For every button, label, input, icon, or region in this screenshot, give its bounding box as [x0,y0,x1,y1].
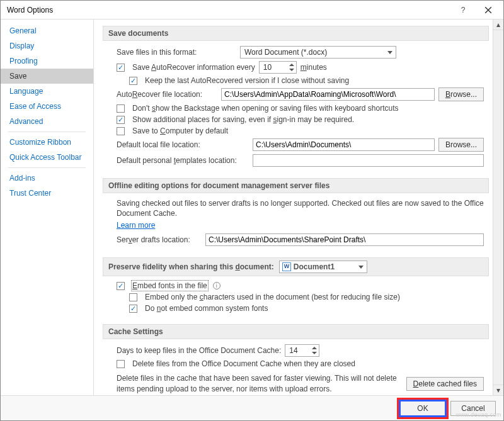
sidebar-item-quick-access-toolbar[interactable]: Quick Access Toolbar [1,150,93,165]
additional-places-label: Show additional places for saving, even … [132,115,354,124]
sidebar-item-display[interactable]: Display [1,38,93,53]
autosave-label: Save AutoRecover information every [132,63,255,72]
autorecover-loc-input[interactable] [221,88,435,101]
default-local-label: Default local file location: [117,140,249,149]
sidebar-item-add-ins[interactable]: Add-ins [1,171,93,186]
document-icon [282,262,291,271]
drafts-loc-input[interactable] [205,233,484,246]
additional-places-checkbox[interactable] [117,116,125,124]
no-common-fonts-checkbox[interactable] [129,305,137,313]
word-options-dialog: Word Options ? General Display Proofing … [0,0,504,421]
watermark: www.deuaq.com [455,412,501,418]
default-templates-label: Default personal templates location: [117,156,249,165]
sidebar-item-ease-of-access[interactable]: Ease of Access [1,99,93,114]
category-sidebar: General Display Proofing Save Language E… [1,20,94,395]
sidebar-item-save[interactable]: Save [1,69,93,84]
offline-note: Saving checked out files to server draft… [117,198,484,218]
default-local-input[interactable] [253,138,435,151]
ok-button[interactable]: OK [400,401,445,416]
titlebar: Word Options ? [1,1,503,20]
embed-only-chars-label: Embed only the characters used in the do… [145,293,400,301]
learn-more-link[interactable]: Learn more [117,221,155,230]
keep-last-label: Keep the last AutoRecovered version if I… [145,76,349,85]
minutes-label: minutes [301,63,327,72]
sidebar-item-customize-ribbon[interactable]: Customize Ribbon [1,135,93,150]
close-button[interactable] [476,1,501,19]
document-combo[interactable]: Document1 [279,261,367,273]
section-offline-editing: Offline editing options for document man… [103,178,489,193]
embed-fonts-label: Embed fonts in the file [132,281,207,290]
dialog-footer: OK Cancel [1,395,503,420]
keep-last-checkbox[interactable] [129,77,137,85]
sidebar-item-general[interactable]: General [1,23,93,38]
browse-autorecover-button[interactable]: Browse... [438,87,484,101]
delete-cached-files-button[interactable]: Delete cached files [406,377,484,391]
default-templates-input[interactable] [253,154,484,167]
sidebar-item-advanced[interactable]: Advanced [1,114,93,129]
delete-on-close-checkbox[interactable] [117,360,125,368]
sidebar-item-proofing[interactable]: Proofing [1,53,93,69]
save-format-label: Save files in this format: [117,48,236,57]
no-common-fonts-label: Do not embed common system fonts [145,304,268,313]
scroll-down-button[interactable]: ▾ [493,385,503,395]
help-button[interactable]: ? [450,1,476,19]
delete-on-close-label: Delete files from the Office Document Ca… [132,359,355,368]
drafts-loc-label: Server drafts location: [117,235,202,244]
sidebar-item-language[interactable]: Language [1,84,93,99]
embed-fonts-checkbox[interactable] [117,282,125,290]
backstage-checkbox[interactable] [117,104,125,113]
scroll-up-button[interactable]: ▴ [493,20,503,30]
sidebar-divider [8,167,86,168]
sidebar-divider [8,132,86,132]
section-save-documents: Save documents [103,26,489,41]
scrollbar[interactable]: ▴ ▾ [493,20,503,395]
info-icon[interactable]: i [213,282,220,289]
cache-days-spin[interactable]: 14 [285,344,319,357]
sidebar-item-trust-center[interactable]: Trust Center [1,186,93,201]
save-format-combo[interactable]: Word Document (*.docx) [240,46,396,59]
autorecover-loc-label: AutoRecover file location: [117,90,217,99]
autosave-minutes-spin[interactable]: 10 [259,61,297,74]
save-computer-label: Save to Computer by default [132,126,228,135]
cache-days-label: Days to keep files in the Office Documen… [117,346,281,355]
embed-only-chars-checkbox[interactable] [129,293,137,301]
autosave-checkbox[interactable] [117,64,125,72]
section-preserve-fidelity: Preserve fidelity when sharing this docu… [103,257,489,276]
window-title: Word Options [7,6,450,14]
close-icon [484,6,492,14]
content-pane: Save documents Save files in this format… [94,20,493,395]
section-cache-settings: Cache Settings [103,324,489,339]
backstage-label: Don't show the Backstage when opening or… [132,104,399,113]
browse-default-local-button[interactable]: Browse... [438,138,484,152]
cache-note: Delete files in the cache that have been… [117,373,403,393]
save-computer-checkbox[interactable] [117,127,125,135]
